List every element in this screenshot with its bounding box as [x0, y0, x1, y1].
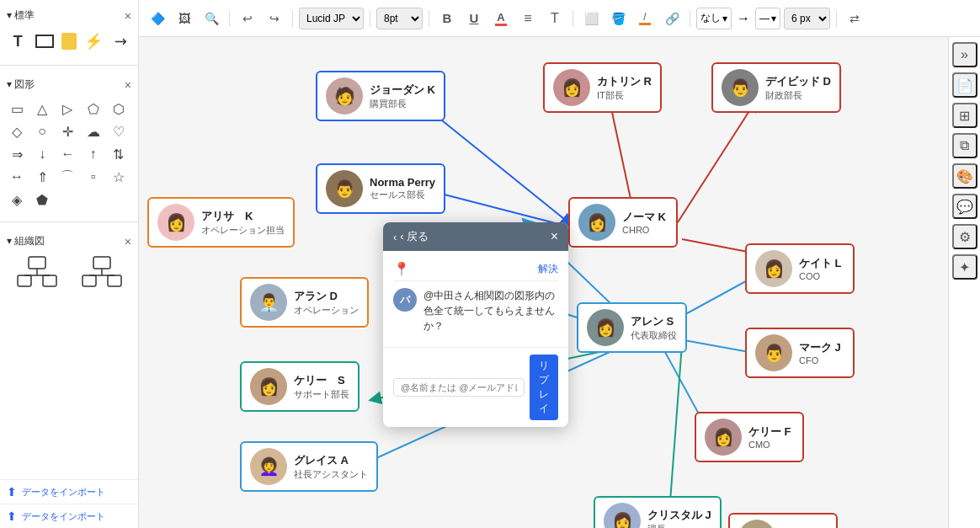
text-format-button[interactable]: T: [543, 7, 567, 30]
shape-darrow[interactable]: ↓: [32, 144, 52, 164]
bold-button[interactable]: B: [435, 7, 459, 30]
node-grace[interactable]: 👩‍🦱 グレイス A 社長アシスタント: [240, 441, 378, 492]
svg-rect-1: [29, 257, 45, 269]
shape-circle[interactable]: ○: [32, 121, 52, 141]
section-org: ▾ 組織図 ×: [0, 226, 138, 297]
fill-icon[interactable]: 🪣: [606, 7, 630, 30]
shape-small-rect[interactable]: ▫: [83, 167, 104, 187]
shapes-close-icon[interactable]: ×: [125, 78, 131, 92]
comment-body: 📍 解決 バ @中田さん相関図の図形内の色全て統一してもらえませんか？: [383, 251, 568, 347]
cursor-button[interactable]: ✦: [952, 254, 977, 280]
shape-penta2[interactable]: ⬟: [32, 189, 52, 210]
image-icon[interactable]: 🖼: [173, 7, 196, 30]
shape-dia2[interactable]: ◈: [7, 189, 27, 210]
shape-curved[interactable]: ⌒: [57, 167, 77, 187]
font-select[interactable]: Lucid JP: [299, 8, 364, 29]
node-crystal[interactable]: 👩 クリスタル J 課長: [594, 496, 722, 528]
shape-harrow[interactable]: ↔: [7, 167, 27, 187]
align-button[interactable]: ≡: [516, 7, 540, 30]
paint-button[interactable]: 🎨: [952, 163, 977, 189]
shape-arrow2[interactable]: ⇒: [7, 144, 27, 164]
border-icon[interactable]: ⬜: [579, 7, 603, 30]
rect-tool[interactable]: [34, 29, 56, 53]
right-panel: » 📄 ⊞ ⧉ 🎨 💬 ⚙ ✦: [948, 37, 980, 528]
shape-dia[interactable]: ◇: [7, 121, 27, 141]
import-button-1[interactable]: ⬆ データをインポート: [0, 479, 138, 504]
node-kelly-s-title: サポート部長: [294, 388, 349, 401]
shape-darrow2[interactable]: ⇅: [109, 144, 129, 164]
redo-button[interactable]: ↪: [263, 7, 286, 30]
avatar-keito: 👩: [755, 250, 792, 287]
settings-button[interactable]: ⚙: [952, 224, 977, 249]
undo-button[interactable]: ↩: [236, 7, 259, 30]
node-katolin[interactable]: 👩 カトリン R IT部長: [543, 62, 662, 113]
shape-penta[interactable]: ⬠: [83, 99, 104, 119]
org-chart-item1[interactable]: [7, 255, 67, 289]
line-color-icon[interactable]: /: [633, 7, 657, 30]
section-shapes: ▾ 図形 × ▭ △ ▷ ⬠ ⬡ ◇ ○ ✛ ☁ ♡ ⇒ ↓ ← ↑ ⇅ ↔ ⇑…: [0, 69, 138, 218]
comment-input[interactable]: [393, 378, 525, 397]
svg-line-21: [438, 193, 568, 227]
org-close-icon[interactable]: ×: [125, 235, 131, 248]
shape-uarrow2[interactable]: ⇑: [32, 167, 52, 187]
node-jon-k[interactable]: 👨 ジョン K: [728, 513, 838, 528]
shape-uarrow[interactable]: ↑: [83, 144, 104, 164]
node-jordan[interactable]: 🧑 ジョーダン K 購買部長: [316, 71, 445, 121]
shape-arrow-r[interactable]: ▷: [57, 99, 77, 119]
node-noma-k[interactable]: 👩 ノーマ K CHRO: [568, 197, 678, 248]
left-sidebar: ▾ 標準 × T ⚡ ↗ ▾ 図形 × ▭ △ ▷ ⬠ ⬡ ◇ ○ ✛ ☁: [0, 0, 139, 528]
node-kelly-f[interactable]: 👩 ケリー F CMO: [695, 412, 804, 462]
avatar-alan: 👨‍💼: [250, 284, 287, 321]
import-button-2[interactable]: ⬆ データをインポート: [0, 504, 138, 528]
standard-close-icon[interactable]: ×: [125, 9, 131, 23]
chat-button[interactable]: 💬: [952, 194, 977, 219]
lightning-tool[interactable]: ⚡: [82, 29, 104, 53]
org-label: ▾ 組織図: [7, 234, 45, 248]
node-alisa[interactable]: 👩 アリサ K オペレーション担当: [147, 197, 295, 248]
node-keito-name: ケイト L: [799, 256, 842, 271]
shape-larrow[interactable]: ←: [57, 144, 77, 164]
node-allen-s[interactable]: 👩 アレン S 代表取締役: [577, 302, 687, 353]
org-chart-item2[interactable]: [72, 255, 131, 289]
avatar-norma-perry: 👨: [326, 170, 363, 207]
arrow-tool[interactable]: ↗: [104, 25, 136, 57]
avatar-kelly-f: 👩: [705, 419, 742, 456]
expand-button[interactable]: »: [952, 42, 977, 67]
font-size-select[interactable]: 8pt: [376, 8, 423, 29]
shape-heart[interactable]: ♡: [109, 121, 129, 141]
comment-send-button[interactable]: リプレイ: [530, 355, 558, 420]
comment-close-button[interactable]: ×: [551, 229, 558, 244]
shape-plus[interactable]: ✛: [57, 121, 77, 141]
line-style-select[interactable]: — ▾: [755, 8, 780, 29]
link-icon[interactable]: 🔗: [660, 7, 684, 30]
shape-tri[interactable]: △: [32, 99, 52, 119]
share-button[interactable]: ⊞: [952, 103, 977, 128]
node-david[interactable]: 👨 デイビッド D 財政部長: [711, 62, 841, 113]
layers-button[interactable]: ⧉: [952, 133, 977, 158]
node-david-name: デイビッド D: [765, 74, 831, 89]
search-icon[interactable]: 🔍: [200, 7, 223, 30]
text-tool[interactable]: T: [7, 29, 29, 53]
node-mark-j[interactable]: 👨 マーク J CFO: [745, 328, 855, 378]
node-norma-perry[interactable]: 👨 Norma Perry セールス部長: [316, 163, 445, 214]
color-tool[interactable]: [61, 33, 77, 50]
arrow-start-select[interactable]: なし ▾: [696, 8, 732, 29]
shape-cloud[interactable]: ☁: [83, 121, 104, 141]
page-button[interactable]: 📄: [952, 72, 977, 98]
shapes-icon[interactable]: 🔷: [146, 7, 169, 30]
node-kelly-s[interactable]: 👩 ケリー S サポート部長: [240, 361, 360, 412]
line-width-select[interactable]: 6 px: [784, 8, 830, 29]
canvas-area[interactable]: 🧑 ジョーダン K 購買部長 👨 Norma Perry セールス部長 👩 アリ…: [139, 37, 980, 528]
node-keito[interactable]: 👩 ケイト L COO: [745, 243, 855, 294]
shape-star[interactable]: ☆: [109, 167, 129, 187]
node-allen-s-title: 代表取締役: [631, 329, 677, 342]
shape-hexa[interactable]: ⬡: [109, 99, 129, 119]
swap-arrows-icon[interactable]: ⇄: [843, 7, 866, 30]
underline-button[interactable]: U: [462, 7, 486, 30]
node-norma-perry-name: Norma Perry: [370, 176, 435, 189]
font-color-button[interactable]: A: [489, 7, 513, 30]
resolve-button[interactable]: 解決: [538, 262, 558, 276]
back-button[interactable]: ‹ ‹ 戻る: [393, 229, 429, 244]
shape-rect[interactable]: ▭: [7, 99, 27, 119]
node-alan[interactable]: 👨‍💼 アラン D オペレーション: [240, 277, 369, 328]
